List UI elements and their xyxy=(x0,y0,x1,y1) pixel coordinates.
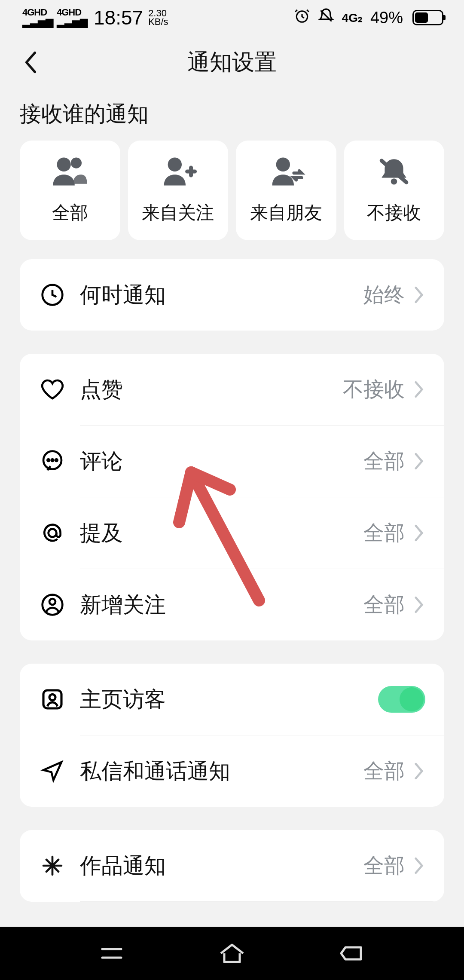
row-value: 全部 xyxy=(363,519,405,547)
row-new-follow[interactable]: 新增关注 全部 xyxy=(20,569,444,640)
battery-percent: 49% xyxy=(370,9,403,27)
row-value: 全部 xyxy=(363,447,405,475)
tile-label: 来自朋友 xyxy=(250,201,322,225)
people-icon xyxy=(51,156,89,190)
row-when[interactable]: 何时通知 始终 xyxy=(20,259,444,331)
row-label: 私信和通话通知 xyxy=(80,757,363,786)
svg-point-3 xyxy=(168,158,182,172)
app-header: 通知设置 xyxy=(0,35,464,89)
card-when: 何时通知 始终 xyxy=(20,259,444,331)
person-circle-icon xyxy=(40,593,64,617)
nav-back[interactable] xyxy=(335,940,369,966)
section-title: 接收谁的通知 xyxy=(0,89,464,141)
svg-point-4 xyxy=(276,158,290,172)
row-label: 提及 xyxy=(80,519,363,548)
network-label: 4G₂ xyxy=(342,11,363,25)
nav-home[interactable] xyxy=(215,940,249,966)
card-works: 作品通知 全部 xyxy=(20,830,444,902)
chevron-right-icon xyxy=(412,379,425,400)
row-label: 主页访客 xyxy=(80,685,378,714)
comment-icon xyxy=(40,449,64,473)
chevron-right-icon xyxy=(412,761,425,781)
chevron-right-icon xyxy=(412,855,425,876)
row-value: 全部 xyxy=(363,591,405,619)
bell-mute-icon xyxy=(318,8,334,28)
bell-off-icon xyxy=(375,156,413,190)
status-bar: 4GHD ▂▃▅▆ 4GHD ▂▃▅▆ 18:57 2.30 KB/s 4G₂ … xyxy=(0,0,464,35)
row-label: 评论 xyxy=(80,447,363,476)
signal-1: 4GHD ▂▃▅▆ xyxy=(22,8,53,27)
chevron-right-icon xyxy=(412,451,425,472)
heart-icon xyxy=(40,377,64,401)
card-interactions: 点赞 不接收 评论 全部 提及 全部 新增关注 全部 xyxy=(20,354,444,640)
svg-point-1 xyxy=(57,158,70,172)
row-label: 何时通知 xyxy=(80,281,363,309)
card-visitor-dm: 主页访客 私信和通话通知 全部 xyxy=(20,664,444,807)
svg-point-9 xyxy=(52,459,54,461)
svg-point-13 xyxy=(49,599,55,605)
svg-point-11 xyxy=(49,529,57,537)
chevron-right-icon xyxy=(412,523,425,543)
person-plus-icon xyxy=(159,156,197,190)
row-label: 点赞 xyxy=(80,375,343,404)
at-icon xyxy=(40,521,64,545)
svg-point-10 xyxy=(55,459,58,461)
tile-all[interactable]: 全部 xyxy=(20,141,120,240)
row-value: 不接收 xyxy=(343,376,405,403)
row-comment[interactable]: 评论 全部 xyxy=(20,426,444,497)
signal-2: 4GHD ▂▃▅▆ xyxy=(57,8,88,27)
tile-label: 不接收 xyxy=(367,201,421,225)
net-speed: 2.30 KB/s xyxy=(148,9,168,26)
row-visitors[interactable]: 主页访客 xyxy=(20,664,444,735)
tile-label: 来自关注 xyxy=(142,201,214,225)
back-button[interactable] xyxy=(17,49,43,75)
svg-point-8 xyxy=(47,459,49,461)
page-title: 通知设置 xyxy=(0,47,464,77)
svg-point-2 xyxy=(71,158,82,168)
row-label: 作品通知 xyxy=(80,851,363,880)
receive-from-tiles: 全部 来自关注 来自朋友 不接收 xyxy=(0,141,464,259)
row-dm[interactable]: 私信和通话通知 全部 xyxy=(20,735,444,807)
chevron-right-icon xyxy=(412,285,425,305)
send-icon xyxy=(40,759,64,783)
person-transfer-icon xyxy=(267,156,305,190)
row-value: 全部 xyxy=(363,852,405,879)
row-value: 全部 xyxy=(363,757,405,785)
row-value: 始终 xyxy=(363,281,405,309)
system-nav-bar xyxy=(0,927,464,980)
chevron-left-icon xyxy=(22,50,38,74)
tile-none[interactable]: 不接收 xyxy=(344,141,445,240)
row-label: 新增关注 xyxy=(80,591,363,619)
svg-point-15 xyxy=(49,694,55,700)
row-like[interactable]: 点赞 不接收 xyxy=(20,354,444,425)
tile-label: 全部 xyxy=(52,201,88,225)
chevron-right-icon xyxy=(412,594,425,615)
svg-point-5 xyxy=(391,178,397,184)
battery-icon xyxy=(412,10,443,25)
visitors-toggle[interactable] xyxy=(378,686,425,713)
alarm-icon xyxy=(294,8,310,28)
clock-time: 18:57 xyxy=(94,6,143,29)
row-mention[interactable]: 提及 全部 xyxy=(20,497,444,569)
tile-following[interactable]: 来自关注 xyxy=(128,141,229,240)
nav-recents[interactable] xyxy=(95,940,129,966)
profile-square-icon xyxy=(40,687,64,711)
clock-icon xyxy=(40,283,64,307)
row-works[interactable]: 作品通知 全部 xyxy=(20,830,444,901)
tile-friends[interactable]: 来自朋友 xyxy=(236,141,336,240)
sparkle-icon xyxy=(40,854,64,878)
